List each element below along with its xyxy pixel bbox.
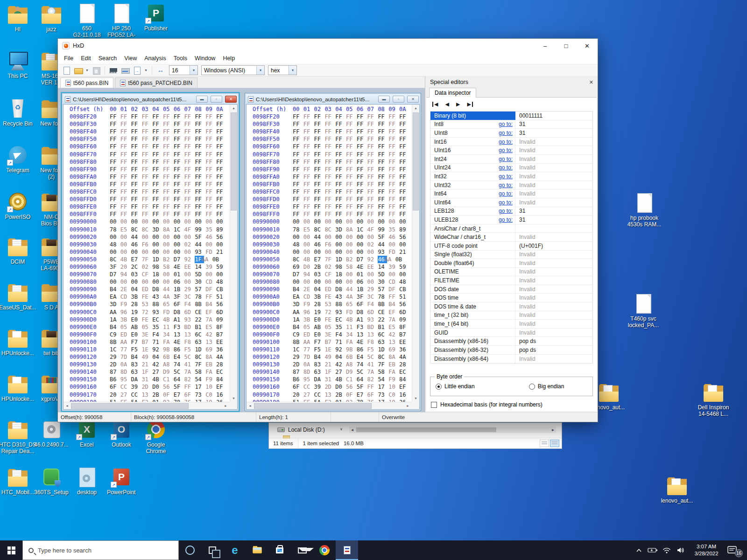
hex-byte[interactable]: FF — [195, 173, 205, 181]
inspector-value[interactable]: (U+001F) — [515, 242, 592, 250]
taskbar-file-explorer[interactable] — [246, 540, 268, 560]
export-dropdown-icon[interactable]: ▾ — [143, 68, 148, 72]
desktop-icon-outlook[interactable]: Outlook — [104, 419, 139, 448]
hex-byte[interactable]: 94 — [120, 271, 131, 278]
hex-byte[interactable]: FF — [388, 181, 399, 188]
hex-byte[interactable]: FF — [346, 151, 357, 158]
hex-byte[interactable]: FF — [335, 120, 346, 128]
hex-byte[interactable]: FF — [120, 188, 131, 196]
hex-byte[interactable]: 73 — [378, 391, 388, 399]
scroll-down-icon[interactable]: ▼ — [230, 395, 237, 402]
hex-byte[interactable]: FF — [324, 181, 335, 188]
hex-byte[interactable]: F6 — [141, 241, 152, 248]
notification-center-icon[interactable]: 16 — [727, 544, 741, 556]
goto-link[interactable]: go to: — [499, 199, 513, 206]
hex-byte[interactable]: 77 — [303, 346, 314, 353]
hex-byte[interactable]: 13 — [388, 338, 399, 346]
hex-byte[interactable]: 74 — [174, 361, 184, 368]
hex-byte[interactable]: FF — [131, 135, 142, 143]
hex-byte[interactable]: 00 — [346, 241, 357, 248]
hex-byte[interactable]: FF — [378, 113, 388, 120]
export-icon[interactable] — [132, 65, 142, 76]
hex-byte[interactable]: FF — [216, 151, 227, 158]
hex-byte[interactable]: FF — [357, 120, 367, 128]
hex-byte[interactable]: AB — [131, 323, 142, 331]
hex-byte[interactable]: FF — [152, 203, 163, 210]
taskbar-task-view[interactable] — [201, 540, 224, 560]
hex-byte[interactable]: FF — [357, 151, 367, 158]
hex-byte[interactable]: FF — [174, 188, 184, 196]
hex-byte[interactable]: FF — [303, 151, 314, 158]
hex-byte[interactable]: 04 — [131, 286, 142, 293]
hex-byte[interactable]: 69 — [388, 346, 399, 353]
hex-byte[interactable]: 92 — [163, 399, 174, 402]
hex-byte[interactable]: FF — [110, 196, 120, 203]
hex-byte[interactable]: F4 — [367, 301, 378, 308]
hex-byte[interactable]: 35 — [152, 323, 163, 331]
scrollbar-thumb[interactable] — [71, 403, 189, 409]
close-icon[interactable]: ✕ — [589, 79, 593, 85]
hex-byte[interactable]: 27 — [335, 368, 346, 376]
hex-byte[interactable]: FF — [388, 135, 399, 143]
hex-byte[interactable]: FF — [399, 196, 410, 203]
hex-byte[interactable]: FF — [195, 128, 205, 135]
hex-byte[interactable]: FF — [357, 188, 367, 196]
hex-byte[interactable]: 63 — [378, 338, 388, 346]
hex-byte[interactable]: FF — [195, 143, 205, 150]
hex-byte[interactable]: FF — [367, 143, 378, 150]
hex-byte[interactable]: 84 — [399, 376, 410, 383]
hex-byte[interactable]: 0F — [346, 391, 357, 399]
hex-byte[interactable]: 3D — [110, 301, 120, 308]
hex-byte[interactable]: 2B — [314, 263, 325, 271]
hex-byte[interactable]: 00 — [399, 241, 410, 248]
hex-byte[interactable]: FF — [378, 120, 388, 128]
hex-byte[interactable]: 92 — [367, 256, 378, 263]
hex-byte[interactable]: 00 — [174, 233, 184, 241]
hex-byte[interactable]: FF — [335, 173, 346, 181]
hex-byte[interactable]: 1D — [195, 346, 205, 353]
hex-byte[interactable]: FF — [152, 158, 163, 166]
hex-byte[interactable]: FF — [184, 166, 195, 173]
hex-byte[interactable]: FF — [110, 158, 120, 166]
hex-byte[interactable]: 39 — [388, 263, 399, 271]
hex-byte[interactable]: FF — [367, 128, 378, 135]
hex-byte[interactable]: D0 — [303, 263, 314, 271]
hex-byte[interactable]: 1A — [293, 316, 303, 323]
hex-byte[interactable]: 00 — [357, 248, 367, 256]
hex-byte[interactable]: FF — [163, 135, 174, 143]
hex-byte[interactable]: FF — [399, 166, 410, 173]
hex-byte[interactable]: 09 — [399, 316, 410, 323]
hex-byte[interactable]: FF — [303, 173, 314, 181]
hex-byte[interactable]: 84 — [216, 376, 227, 383]
hex-byte[interactable]: 28 — [216, 361, 227, 368]
goto-link[interactable]: go to: — [499, 147, 513, 154]
hex-byte[interactable]: FF — [357, 135, 367, 143]
hex-byte[interactable]: 8C — [378, 353, 388, 361]
hex-byte[interactable]: 35 — [205, 226, 216, 233]
hex-byte[interactable]: 00 — [335, 241, 346, 248]
hex-byte[interactable]: 64 — [174, 376, 184, 383]
hex-byte[interactable]: FF — [152, 135, 163, 143]
hex-byte[interactable]: 17 — [195, 399, 205, 402]
hex-byte[interactable]: 00 — [205, 218, 216, 225]
hex-byte[interactable]: 09 — [216, 316, 227, 323]
hex-byte[interactable]: 41 — [367, 361, 378, 368]
hex-byte[interactable]: FF — [388, 143, 399, 150]
hex-byte[interactable]: 00 — [293, 278, 303, 286]
hex-byte[interactable]: FF — [163, 120, 174, 128]
hex-byte[interactable]: 02 — [324, 263, 335, 271]
hex-byte[interactable]: 6F — [184, 391, 195, 399]
inspector-value[interactable]: pop ds — [515, 337, 592, 345]
hex-byte[interactable]: ED — [324, 286, 335, 293]
hex-byte[interactable]: EB — [205, 361, 216, 368]
hex-byte[interactable]: FF — [388, 173, 399, 181]
taskbar-mail[interactable] — [291, 540, 313, 560]
hex-byte[interactable]: 00 — [367, 218, 378, 225]
goto-link[interactable]: go to: — [499, 164, 513, 171]
desktop-icon-this-pc[interactable]: This PC — [0, 50, 35, 79]
hex-byte[interactable]: FF — [378, 188, 388, 196]
hex-byte[interactable]: C1 — [163, 376, 174, 383]
hex-byte[interactable]: FF — [378, 158, 388, 166]
hex-byte[interactable]: FF — [357, 196, 367, 203]
hex-byte[interactable]: C0 — [205, 391, 216, 399]
